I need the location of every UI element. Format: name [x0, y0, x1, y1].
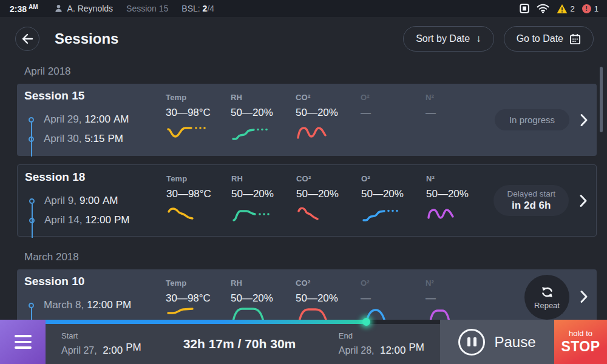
- page-header: Sessions Sort by Date ↓ Go to Date: [0, 17, 607, 61]
- session-info: Session 15 April 29, 12:00 AM April 30, …: [24, 84, 166, 156]
- clock-period: AM: [29, 4, 38, 10]
- param-co2: CO² 50—20%: [296, 84, 361, 156]
- session-title: Session 10: [24, 275, 166, 288]
- elapsed-total-duration: 32h 17m / 70h 30m: [183, 337, 296, 351]
- arrow-left-icon: [21, 32, 34, 46]
- progress-bar: [46, 320, 440, 324]
- session-end-datetime: April 30, 5:15 PM: [24, 129, 166, 149]
- status-badge: In progress: [495, 109, 569, 130]
- sparkline-rh: [231, 204, 280, 222]
- menu-button[interactable]: [0, 320, 46, 364]
- user-icon: [54, 4, 63, 13]
- param-n2: N² 50—20%: [426, 165, 491, 236]
- timeline-dot-end: [29, 136, 34, 142]
- start-time-block: Start April 27, 2:00PM: [61, 331, 141, 357]
- bsl-indicator: BSL: 2/4: [181, 4, 214, 13]
- chevron-right-icon[interactable]: [580, 113, 588, 127]
- progress-fill: [46, 320, 368, 324]
- sparkline-co2: [296, 204, 345, 222]
- param-temp: Temp 30—98°C: [166, 84, 231, 156]
- status-badge: Delayed start in 2d 6h: [493, 185, 569, 216]
- user-name: A. Reynolds: [67, 4, 113, 13]
- session-card-15[interactable]: Session 15 April 29, 12:00 AM April 30, …: [17, 84, 597, 156]
- session-info: Session 18 April 9, 9:00 AM April 14, 12…: [25, 165, 166, 236]
- param-o2: O² 50—20%: [361, 165, 426, 236]
- back-button[interactable]: [15, 27, 39, 51]
- go-to-date-button[interactable]: Go to Date: [504, 26, 594, 52]
- timeline-dot-start: [29, 303, 34, 308]
- scrollbar-thumb[interactable]: [600, 67, 603, 132]
- stop-button[interactable]: hold to STOP: [554, 320, 607, 364]
- session-start-datetime: March 8, 12:00 PM: [24, 295, 166, 315]
- bottom-control-bar: Start April 27, 2:00PM 32h 17m / 70h 30m…: [0, 320, 607, 364]
- alert-badge-icon[interactable]: !: [582, 4, 591, 13]
- sparkline-temp: [166, 123, 214, 141]
- hamburger-icon: [15, 335, 32, 337]
- param-o2: O² —: [361, 84, 426, 156]
- warning-count: 2: [571, 4, 575, 13]
- section-label-march: March 2018: [24, 251, 607, 263]
- session-start-datetime: April 29, 12:00 AM: [24, 110, 166, 129]
- display-pip-icon: [520, 4, 529, 13]
- session-title: Session 15: [24, 89, 166, 103]
- warning-triangle-icon[interactable]: [557, 4, 568, 14]
- calendar-icon: [569, 33, 581, 45]
- current-session-label: Session 15: [126, 4, 168, 13]
- wifi-icon: [537, 4, 549, 13]
- timeline-dot-start: [29, 117, 34, 123]
- page-title: Sessions: [55, 30, 118, 47]
- session-end-datetime: April 14, 12:00 PM: [25, 211, 166, 230]
- clock-time: 2:38AM: [10, 4, 38, 14]
- alert-count: 1: [594, 4, 599, 13]
- param-rh: RH 50—20%: [231, 165, 296, 236]
- status-bar: 2:38AM A. Reynolds Session 15 BSL: 2/4 2…: [0, 0, 607, 17]
- sparkline-co2: [296, 123, 344, 141]
- section-label-april: April 2018: [24, 66, 607, 78]
- param-temp: Temp 30—98°C: [166, 165, 231, 236]
- user-indicator: A. Reynolds: [54, 4, 113, 13]
- sparkline-n2: [426, 204, 475, 222]
- timeline-dot-start: [29, 198, 35, 204]
- repeat-button[interactable]: Repeat: [524, 275, 569, 320]
- pause-icon: [458, 329, 485, 356]
- app-screen: 2:38AM A. Reynolds Session 15 BSL: 2/4 2…: [0, 0, 607, 364]
- sparkline-temp: [166, 204, 215, 222]
- param-co2: CO² 50—20%: [296, 165, 361, 236]
- arrow-down-icon: ↓: [476, 33, 481, 45]
- param-rh: RH 50—20%: [231, 84, 296, 156]
- session-title: Session 18: [25, 170, 166, 184]
- chevron-right-icon[interactable]: [580, 290, 588, 303]
- pause-button[interactable]: Pause: [440, 320, 554, 364]
- chevron-right-icon[interactable]: [579, 194, 588, 207]
- timeline-dot-end: [29, 218, 35, 223]
- sort-by-date-button[interactable]: Sort by Date ↓: [403, 26, 493, 52]
- sparkline-rh: [231, 123, 279, 141]
- param-n2: N² —: [426, 84, 490, 156]
- session-start-datetime: April 9, 9:00 AM: [25, 191, 166, 211]
- repeat-sync-icon: [540, 285, 555, 300]
- sparkline-o2: [361, 204, 410, 222]
- end-time-block: End April 28, 12:00PM: [339, 331, 424, 357]
- session-card-18[interactable]: Session 18 April 9, 9:00 AM April 14, 12…: [17, 164, 597, 237]
